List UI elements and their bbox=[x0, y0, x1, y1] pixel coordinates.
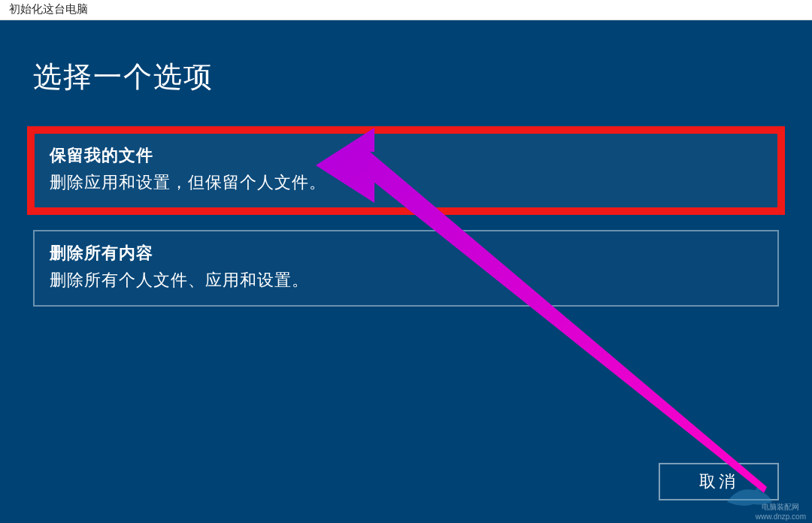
options-list: 保留我的文件 删除应用和设置，但保留个人文件。 删除所有内容 删除所有个人文件、… bbox=[33, 132, 779, 307]
cancel-button-label: 取消 bbox=[699, 470, 738, 493]
window-titlebar: 初始化这台电脑 bbox=[0, 0, 812, 20]
option-keep-files[interactable]: 保留我的文件 删除应用和设置，但保留个人文件。 bbox=[33, 132, 779, 209]
option-remove-everything-title: 删除所有内容 bbox=[50, 242, 762, 265]
watermark-line1: 电脑装配网 bbox=[756, 502, 806, 512]
window-title: 初始化这台电脑 bbox=[9, 2, 88, 15]
option-keep-files-desc: 删除应用和设置，但保留个人文件。 bbox=[50, 171, 762, 194]
option-keep-files-title: 保留我的文件 bbox=[50, 144, 762, 167]
main-panel: 选择一个选项 保留我的文件 删除应用和设置，但保留个人文件。 删除所有内容 删除… bbox=[0, 20, 812, 523]
watermark-line2: www.dnzp.com bbox=[756, 512, 806, 521]
cancel-button[interactable]: 取消 bbox=[659, 463, 779, 500]
page-title: 选择一个选项 bbox=[33, 58, 779, 96]
option-remove-everything-desc: 删除所有个人文件、应用和设置。 bbox=[50, 269, 762, 292]
option-remove-everything[interactable]: 删除所有内容 删除所有个人文件、应用和设置。 bbox=[33, 230, 779, 307]
